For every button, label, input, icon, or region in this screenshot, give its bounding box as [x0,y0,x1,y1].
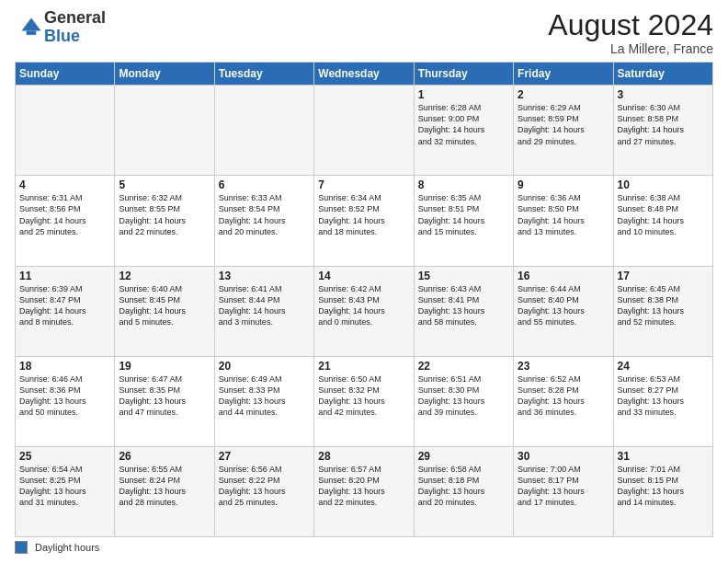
cell-text: Sunrise: 6:45 AM Sunset: 8:38 PM Dayligh… [618,283,709,328]
calendar-cell: 5Sunrise: 6:32 AM Sunset: 8:55 PM Daylig… [115,176,214,266]
calendar-cell: 26Sunrise: 6:55 AM Sunset: 8:24 PM Dayli… [115,446,214,536]
calendar-cell: 27Sunrise: 6:56 AM Sunset: 8:22 PM Dayli… [214,446,313,536]
calendar-body: 1Sunrise: 6:28 AM Sunset: 9:00 PM Daylig… [16,86,713,537]
footer: Daylight hours [15,541,713,554]
day-number: 5 [119,178,210,191]
day-number: 13 [219,270,310,282]
cell-text: Sunrise: 7:00 AM Sunset: 8:17 PM Dayligh… [518,464,609,509]
cell-text: Sunrise: 6:42 AM Sunset: 8:43 PM Dayligh… [318,283,409,328]
day-number: 4 [19,178,110,191]
day-number: 28 [318,450,409,463]
calendar-cell: 25Sunrise: 6:54 AM Sunset: 8:25 PM Dayli… [16,446,115,536]
day-number: 18 [19,360,110,373]
cell-text: Sunrise: 7:01 AM Sunset: 8:15 PM Dayligh… [618,464,709,509]
calendar-cell: 8Sunrise: 6:35 AM Sunset: 8:51 PM Daylig… [414,176,513,266]
day-number: 26 [119,450,210,463]
calendar-cell: 30Sunrise: 7:00 AM Sunset: 8:17 PM Dayli… [514,446,613,536]
cell-text: Sunrise: 6:36 AM Sunset: 8:50 PM Dayligh… [518,192,609,237]
cell-text: Sunrise: 6:47 AM Sunset: 8:35 PM Dayligh… [119,373,210,419]
cell-text: Sunrise: 6:35 AM Sunset: 8:51 PM Dayligh… [418,192,509,237]
day-number: 11 [19,270,110,282]
calendar-cell: 2Sunrise: 6:29 AM Sunset: 8:59 PM Daylig… [514,86,613,176]
calendar-cell: 19Sunrise: 6:47 AM Sunset: 8:35 PM Dayli… [115,356,214,446]
cell-text: Sunrise: 6:51 AM Sunset: 8:30 PM Dayligh… [418,373,509,419]
calendar-cell: 9Sunrise: 6:36 AM Sunset: 8:50 PM Daylig… [514,176,613,266]
calendar-cell: 28Sunrise: 6:57 AM Sunset: 8:20 PM Dayli… [314,446,414,536]
cell-text: Sunrise: 6:46 AM Sunset: 8:36 PM Dayligh… [19,373,110,419]
cell-text: Sunrise: 6:58 AM Sunset: 8:18 PM Dayligh… [418,464,509,509]
header-row: SundayMondayTuesdayWednesdayThursdayFrid… [16,63,713,86]
header-day: Thursday [414,63,513,86]
day-number: 12 [119,270,210,282]
header-day: Saturday [613,63,712,86]
day-number: 17 [618,270,709,282]
cell-text: Sunrise: 6:30 AM Sunset: 8:58 PM Dayligh… [618,102,709,147]
header-day: Monday [115,63,214,86]
header-day: Wednesday [314,63,414,86]
cell-text: Sunrise: 6:57 AM Sunset: 8:20 PM Dayligh… [318,464,409,509]
day-number: 27 [219,450,310,463]
day-number: 9 [518,178,609,191]
calendar-cell: 22Sunrise: 6:51 AM Sunset: 8:30 PM Dayli… [414,356,513,446]
cell-text: Sunrise: 6:40 AM Sunset: 8:45 PM Dayligh… [119,283,210,328]
calendar-cell: 21Sunrise: 6:50 AM Sunset: 8:32 PM Dayli… [314,356,414,446]
logo: General Blue [15,9,106,46]
calendar-week-row: 1Sunrise: 6:28 AM Sunset: 9:00 PM Daylig… [16,86,713,176]
cell-text: Sunrise: 6:55 AM Sunset: 8:24 PM Dayligh… [119,464,210,509]
logo-icon [18,15,44,40]
calendar-cell: 16Sunrise: 6:44 AM Sunset: 8:40 PM Dayli… [514,266,613,356]
calendar-cell [314,86,414,176]
cell-text: Sunrise: 6:52 AM Sunset: 8:28 PM Dayligh… [518,373,609,419]
calendar-cell: 1Sunrise: 6:28 AM Sunset: 9:00 PM Daylig… [414,86,513,176]
calendar-cell [214,86,313,176]
day-number: 2 [518,88,609,101]
calendar-cell: 7Sunrise: 6:34 AM Sunset: 8:52 PM Daylig… [314,176,414,266]
day-number: 16 [518,270,609,282]
day-number: 6 [219,178,310,191]
day-number: 31 [618,450,709,463]
calendar-cell: 13Sunrise: 6:41 AM Sunset: 8:44 PM Dayli… [214,266,313,356]
cell-text: Sunrise: 6:34 AM Sunset: 8:52 PM Dayligh… [318,192,409,237]
cell-text: Sunrise: 6:54 AM Sunset: 8:25 PM Dayligh… [19,464,110,509]
calendar-cell: 6Sunrise: 6:33 AM Sunset: 8:54 PM Daylig… [214,176,313,266]
day-number: 15 [418,270,509,282]
day-number: 7 [318,178,409,191]
calendar-cell: 3Sunrise: 6:30 AM Sunset: 8:58 PM Daylig… [613,86,712,176]
cell-text: Sunrise: 6:41 AM Sunset: 8:44 PM Dayligh… [219,283,310,328]
logo-text: General Blue [44,9,106,46]
header-day: Friday [514,63,613,86]
header: General Blue August 2024 La Millere, Fra… [15,9,713,56]
calendar-cell: 14Sunrise: 6:42 AM Sunset: 8:43 PM Dayli… [314,266,414,356]
svg-marker-0 [22,17,41,30]
cell-text: Sunrise: 6:53 AM Sunset: 8:27 PM Dayligh… [618,373,709,419]
location: La Millere, France [548,41,713,56]
day-number: 3 [618,88,709,101]
legend-label: Daylight hours [35,542,99,553]
calendar-cell: 12Sunrise: 6:40 AM Sunset: 8:45 PM Dayli… [115,266,214,356]
calendar-cell: 24Sunrise: 6:53 AM Sunset: 8:27 PM Dayli… [613,356,712,446]
calendar-cell: 11Sunrise: 6:39 AM Sunset: 8:47 PM Dayli… [16,266,115,356]
cell-text: Sunrise: 6:29 AM Sunset: 8:59 PM Dayligh… [518,102,609,147]
cell-text: Sunrise: 6:32 AM Sunset: 8:55 PM Dayligh… [119,192,210,237]
svg-rect-1 [27,30,37,34]
page: General Blue August 2024 La Millere, Fra… [0,0,728,563]
day-number: 30 [518,450,609,463]
day-number: 19 [119,360,210,373]
calendar-cell [115,86,214,176]
title-block: August 2024 La Millere, France [548,9,713,56]
calendar-cell: 18Sunrise: 6:46 AM Sunset: 8:36 PM Dayli… [16,356,115,446]
header-day: Sunday [16,63,115,86]
cell-text: Sunrise: 6:56 AM Sunset: 8:22 PM Dayligh… [219,464,310,509]
cell-text: Sunrise: 6:33 AM Sunset: 8:54 PM Dayligh… [219,192,310,237]
calendar-cell: 31Sunrise: 7:01 AM Sunset: 8:15 PM Dayli… [613,446,712,536]
calendar-week-row: 18Sunrise: 6:46 AM Sunset: 8:36 PM Dayli… [16,356,713,446]
day-number: 8 [418,178,509,191]
day-number: 25 [19,450,110,463]
cell-text: Sunrise: 6:43 AM Sunset: 8:41 PM Dayligh… [418,283,509,328]
day-number: 1 [418,88,509,101]
cell-text: Sunrise: 6:44 AM Sunset: 8:40 PM Dayligh… [518,283,609,328]
cell-text: Sunrise: 6:38 AM Sunset: 8:48 PM Dayligh… [618,192,709,237]
day-number: 22 [418,360,509,373]
calendar-table: SundayMondayTuesdayWednesdayThursdayFrid… [15,62,713,537]
cell-text: Sunrise: 6:39 AM Sunset: 8:47 PM Dayligh… [19,283,110,328]
